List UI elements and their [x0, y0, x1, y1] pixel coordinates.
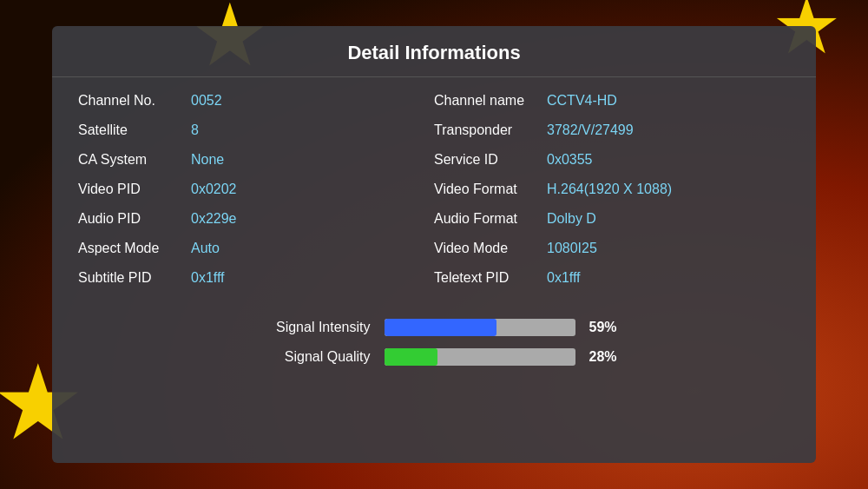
panel-title: Detail Informations [52, 26, 816, 77]
left-label-5: Aspect Mode [78, 241, 191, 256]
left-value-4: 0x229e [191, 211, 237, 227]
left-label-0: Channel No. [78, 93, 191, 109]
left-value-3: 0x0202 [191, 182, 237, 197]
detail-panel: Detail Informations Channel No. 0052 Sat… [52, 26, 816, 463]
left-info-row: Audio PID 0x229e [78, 204, 434, 234]
right-label-4: Audio Format [434, 211, 547, 227]
signal-bar-fill-1 [385, 348, 438, 366]
left-info-row: Subtitle PID 0x1fff [78, 263, 434, 293]
right-value-2: 0x0355 [547, 152, 593, 168]
left-value-2: None [191, 152, 224, 168]
info-grid: Channel No. 0052 Satellite 8 CA System N… [52, 77, 816, 293]
left-label-4: Audio PID [78, 211, 191, 227]
right-label-5: Video Mode [434, 241, 547, 256]
left-column: Channel No. 0052 Satellite 8 CA System N… [78, 86, 434, 293]
left-value-5: Auto [191, 241, 220, 256]
right-info-row: Channel name CCTV4-HD [434, 86, 790, 116]
right-value-1: 3782/V/27499 [547, 122, 634, 138]
right-value-6: 0x1fff [547, 270, 581, 286]
signal-bar-fill-0 [385, 319, 497, 336]
right-label-2: Service ID [434, 152, 547, 168]
right-label-0: Channel name [434, 93, 547, 109]
left-label-6: Subtitle PID [78, 270, 191, 286]
left-info-row: Video PID 0x0202 [78, 175, 434, 204]
left-info-row: Channel No. 0052 [78, 86, 434, 116]
right-value-5: 1080I25 [547, 241, 597, 256]
right-label-3: Video Format [434, 182, 547, 197]
right-value-3: H.264(1920 X 1088) [547, 182, 672, 197]
signal-bar-bg-1 [385, 348, 575, 366]
signal-section: Signal Intensity 59% Signal Quality 28% [52, 319, 816, 366]
right-info-row: Audio Format Dolby D [434, 204, 790, 234]
right-label-1: Transponder [434, 122, 547, 138]
signal-label-1: Signal Quality [240, 349, 371, 365]
right-value-4: Dolby D [547, 211, 596, 227]
right-info-row: Transponder 3782/V/27499 [434, 116, 790, 145]
left-label-3: Video PID [78, 182, 191, 197]
right-label-6: Teletext PID [434, 270, 547, 286]
signal-percent-0: 59% [589, 320, 628, 335]
left-info-row: Aspect Mode Auto [78, 234, 434, 263]
signal-row-intensity: Signal Intensity 59% [240, 319, 628, 336]
right-column: Channel name CCTV4-HD Transponder 3782/V… [434, 86, 790, 293]
left-value-6: 0x1fff [191, 270, 225, 286]
signal-label-0: Signal Intensity [240, 320, 371, 335]
right-info-row: Teletext PID 0x1fff [434, 263, 790, 293]
signal-row-quality: Signal Quality 28% [240, 348, 628, 366]
left-label-1: Satellite [78, 122, 191, 138]
left-label-2: CA System [78, 152, 191, 168]
right-value-0: CCTV4-HD [547, 93, 617, 109]
left-info-row: CA System None [78, 145, 434, 175]
left-value-0: 0052 [191, 93, 222, 109]
signal-bar-bg-0 [385, 319, 575, 336]
left-info-row: Satellite 8 [78, 116, 434, 145]
right-info-row: Service ID 0x0355 [434, 145, 790, 175]
right-info-row: Video Format H.264(1920 X 1088) [434, 175, 790, 204]
left-value-1: 8 [191, 122, 199, 138]
signal-percent-1: 28% [589, 349, 628, 365]
right-info-row: Video Mode 1080I25 [434, 234, 790, 263]
